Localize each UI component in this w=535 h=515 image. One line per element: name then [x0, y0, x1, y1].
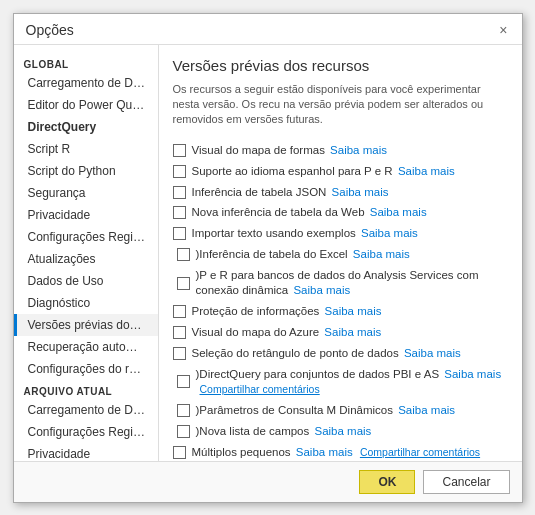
- feature-label-6: )P e R para bancos de dados do Analysis …: [196, 268, 508, 298]
- saiba-mais-10[interactable]: Saiba mais: [444, 368, 501, 380]
- checkbox-13[interactable]: [173, 446, 186, 459]
- checkbox-2[interactable]: [173, 186, 186, 199]
- content-area: Versões prévias dos recursos Os recursos…: [159, 45, 522, 461]
- checkbox-9[interactable]: [173, 347, 186, 360]
- saiba-mais-13[interactable]: Saiba mais: [296, 446, 353, 458]
- checkbox-10[interactable]: [177, 375, 190, 388]
- feature-item-8: Visual do mapa do Azure Saiba mais: [173, 322, 508, 343]
- sidebar-item-config-relatorio[interactable]: Configurações do relatório: [14, 358, 158, 380]
- sidebar-item-carregamento-dados[interactable]: Carregamento de Dados: [14, 72, 158, 94]
- sidebar-item-atualizacoes[interactable]: Atualizações: [14, 248, 158, 270]
- feature-label-8: Visual do mapa do Azure Saiba mais: [192, 325, 508, 340]
- arquivo-section-label: ARQUIVO ATUAL: [14, 380, 158, 399]
- saiba-mais-1[interactable]: Saiba mais: [398, 165, 455, 177]
- sidebar-item-arquivo-carregamento[interactable]: Carregamento de Dados: [14, 399, 158, 421]
- comentarios-13[interactable]: Compartilhar comentários: [360, 446, 480, 458]
- saiba-mais-6[interactable]: Saiba mais: [293, 284, 350, 296]
- sidebar-item-seguranca[interactable]: Segurança: [14, 182, 158, 204]
- dialog-footer: OK Cancelar: [14, 461, 522, 502]
- feature-item-11: )Parâmetros de Consulta M Dinâmicos Saib…: [173, 400, 508, 421]
- feature-item-1: Suporte ao idioma espanhol para P e R Sa…: [173, 161, 508, 182]
- content-description: Os recursos a seguir estão disponíveis p…: [173, 82, 508, 128]
- feature-item-13: Múltiplos pequenos Saiba mais Compartilh…: [173, 442, 508, 461]
- feature-label-11: )Parâmetros de Consulta M Dinâmicos Saib…: [196, 403, 508, 418]
- content-title: Versões prévias dos recursos: [173, 57, 508, 74]
- sidebar-item-script-python[interactable]: Script do Python: [14, 160, 158, 182]
- feature-item-3: Nova inferência de tabela da Web Saiba m…: [173, 202, 508, 223]
- comentarios-10[interactable]: Compartilhar comentários: [200, 383, 320, 395]
- feature-label-3: Nova inferência de tabela da Web Saiba m…: [192, 205, 508, 220]
- checkbox-0[interactable]: [173, 144, 186, 157]
- checkbox-12[interactable]: [177, 425, 190, 438]
- saiba-mais-5[interactable]: Saiba mais: [353, 248, 410, 260]
- saiba-mais-4[interactable]: Saiba mais: [361, 227, 418, 239]
- feature-list: Visual do mapa de formas Saiba mais Supo…: [173, 140, 508, 461]
- feature-item-7: Proteção de informações Saiba mais: [173, 301, 508, 322]
- saiba-mais-8[interactable]: Saiba mais: [324, 326, 381, 338]
- feature-item-2: Inferência de tabela JSON Saiba mais: [173, 182, 508, 203]
- feature-item-0: Visual do mapa de formas Saiba mais: [173, 140, 508, 161]
- checkbox-1[interactable]: [173, 165, 186, 178]
- feature-label-13: Múltiplos pequenos Saiba mais Compartilh…: [192, 445, 508, 460]
- sidebar-item-arquivo-config-regionais[interactable]: Configurações Regionais: [14, 421, 158, 443]
- feature-label-9: Seleção do retângulo de ponto de dados S…: [192, 346, 508, 361]
- feature-label-12: )Nova lista de campos Saiba mais: [196, 424, 508, 439]
- saiba-mais-11[interactable]: Saiba mais: [398, 404, 455, 416]
- options-dialog: Opções × GLOBAL Carregamento de Dados Ed…: [13, 13, 523, 503]
- checkbox-4[interactable]: [173, 227, 186, 240]
- title-bar: Opções ×: [14, 14, 522, 45]
- feature-item-12: )Nova lista de campos Saiba mais: [173, 421, 508, 442]
- cancel-button[interactable]: Cancelar: [423, 470, 509, 494]
- checkbox-11[interactable]: [177, 404, 190, 417]
- dialog-title: Opções: [26, 22, 74, 38]
- checkbox-6[interactable]: [177, 277, 190, 290]
- sidebar: GLOBAL Carregamento de Dados Editor do P…: [14, 45, 159, 461]
- checkbox-7[interactable]: [173, 305, 186, 318]
- feature-label-4: Importar texto usando exemplos Saiba mai…: [192, 226, 508, 241]
- saiba-mais-2[interactable]: Saiba mais: [332, 186, 389, 198]
- saiba-mais-0[interactable]: Saiba mais: [330, 144, 387, 156]
- checkbox-8[interactable]: [173, 326, 186, 339]
- sidebar-item-config-regionais[interactable]: Configurações Regionais: [14, 226, 158, 248]
- saiba-mais-7[interactable]: Saiba mais: [325, 305, 382, 317]
- sidebar-item-privacidade[interactable]: Privacidade: [14, 204, 158, 226]
- close-button[interactable]: ×: [497, 23, 509, 37]
- feature-label-0: Visual do mapa de formas Saiba mais: [192, 143, 508, 158]
- ok-button[interactable]: OK: [359, 470, 415, 494]
- sidebar-item-dados-uso[interactable]: Dados de Uso: [14, 270, 158, 292]
- sidebar-item-recuperacao-automatica[interactable]: Recuperação automática: [14, 336, 158, 358]
- feature-item-5: )Inferência de tabela do Excel Saiba mai…: [173, 244, 508, 265]
- feature-item-4: Importar texto usando exemplos Saiba mai…: [173, 223, 508, 244]
- sidebar-item-versoes-previas[interactable]: Versões prévias dos recursos: [14, 314, 158, 336]
- sidebar-item-script-r[interactable]: Script R: [14, 138, 158, 160]
- saiba-mais-9[interactable]: Saiba mais: [404, 347, 461, 359]
- sidebar-item-editor-power-query[interactable]: Editor do Power Query: [14, 94, 158, 116]
- sidebar-item-directquery[interactable]: DirectQuery: [14, 116, 158, 138]
- sidebar-item-diagnostico[interactable]: Diagnóstico: [14, 292, 158, 314]
- feature-label-2: Inferência de tabela JSON Saiba mais: [192, 185, 508, 200]
- global-section-label: GLOBAL: [14, 53, 158, 72]
- feature-item-9: Seleção do retângulo de ponto de dados S…: [173, 343, 508, 364]
- saiba-mais-3[interactable]: Saiba mais: [370, 206, 427, 218]
- feature-item-6: )P e R para bancos de dados do Analysis …: [173, 265, 508, 301]
- feature-label-7: Proteção de informações Saiba mais: [192, 304, 508, 319]
- saiba-mais-12[interactable]: Saiba mais: [314, 425, 371, 437]
- sidebar-item-arquivo-privacidade[interactable]: Privacidade: [14, 443, 158, 461]
- feature-item-10: )DirectQuery para conjuntos de dados PBI…: [173, 364, 508, 400]
- dialog-body: GLOBAL Carregamento de Dados Editor do P…: [14, 45, 522, 461]
- feature-label-10: )DirectQuery para conjuntos de dados PBI…: [196, 367, 508, 397]
- checkbox-5[interactable]: [177, 248, 190, 261]
- feature-label-5: )Inferência de tabela do Excel Saiba mai…: [196, 247, 508, 262]
- feature-label-1: Suporte ao idioma espanhol para P e R Sa…: [192, 164, 508, 179]
- checkbox-3[interactable]: [173, 206, 186, 219]
